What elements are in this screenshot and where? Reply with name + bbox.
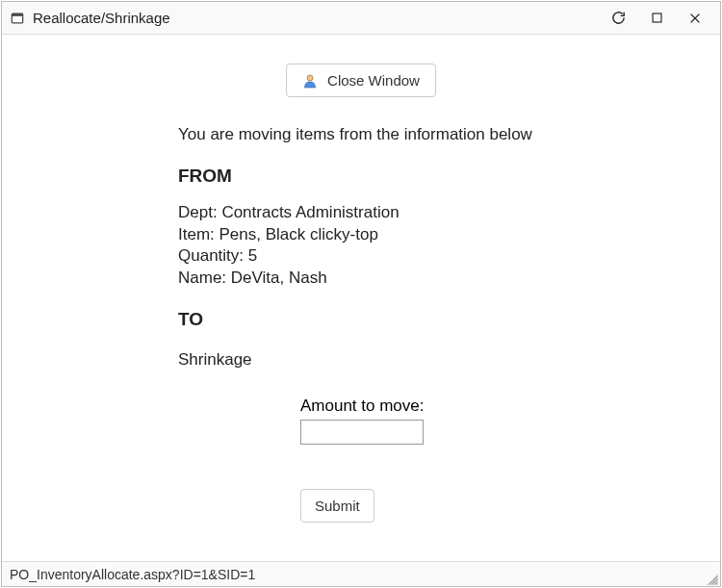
from-item-label: Item: bbox=[178, 225, 215, 243]
submit-button[interactable]: Submit bbox=[300, 489, 374, 523]
intro-text: You are moving items from the informatio… bbox=[178, 124, 720, 146]
amount-input[interactable] bbox=[300, 420, 424, 445]
refresh-button[interactable] bbox=[599, 2, 637, 34]
from-quantity-value: 5 bbox=[248, 246, 257, 265]
statusbar-path: PO_InventoryAllocate.aspx?ID=1&SID=1 bbox=[10, 567, 255, 582]
from-dept: Dept: Contracts Administration bbox=[178, 202, 720, 224]
from-quantity-label: Quantity: bbox=[178, 246, 244, 265]
from-name: Name: DeVita, Nash bbox=[178, 268, 720, 290]
from-section: FROM Dept: Contracts Administration Item… bbox=[178, 164, 720, 290]
from-name-value: DeVita, Nash bbox=[231, 268, 327, 287]
svg-rect-2 bbox=[653, 13, 661, 22]
close-window-label: Close Window bbox=[327, 72, 420, 89]
from-quantity: Quantity: 5 bbox=[178, 245, 720, 268]
person-icon bbox=[302, 73, 318, 89]
to-section: TO bbox=[178, 307, 720, 332]
from-item-value: Pens, Black clicky-top bbox=[219, 225, 378, 243]
to-target: Shrinkage bbox=[178, 349, 720, 371]
from-name-label: Name: bbox=[178, 268, 226, 287]
window-app-icon bbox=[10, 11, 25, 26]
maximize-button[interactable] bbox=[637, 2, 676, 34]
window-title: Reallocate/Shrinkage bbox=[33, 10, 599, 26]
content-area: Close Window You are moving items from t… bbox=[2, 35, 720, 561]
from-dept-value: Contracts Administration bbox=[221, 203, 399, 221]
from-item: Item: Pens, Black clicky-top bbox=[178, 224, 720, 246]
amount-label: Amount to move: bbox=[300, 396, 720, 416]
titlebar: Reallocate/Shrinkage bbox=[2, 2, 720, 35]
to-heading: TO bbox=[178, 307, 720, 332]
close-window-button[interactable]: Close Window bbox=[286, 64, 436, 97]
window-frame: Reallocate/Shrinkage Close Window You bbox=[1, 1, 721, 587]
resize-grip[interactable] bbox=[707, 573, 718, 584]
svg-point-3 bbox=[307, 75, 313, 81]
amount-row: Amount to move: bbox=[300, 396, 720, 445]
from-heading: FROM bbox=[178, 164, 720, 189]
statusbar: PO_InventoryAllocate.aspx?ID=1&SID=1 bbox=[2, 561, 720, 586]
close-button[interactable] bbox=[676, 2, 714, 34]
svg-rect-1 bbox=[12, 13, 22, 16]
from-dept-label: Dept: bbox=[178, 203, 218, 221]
